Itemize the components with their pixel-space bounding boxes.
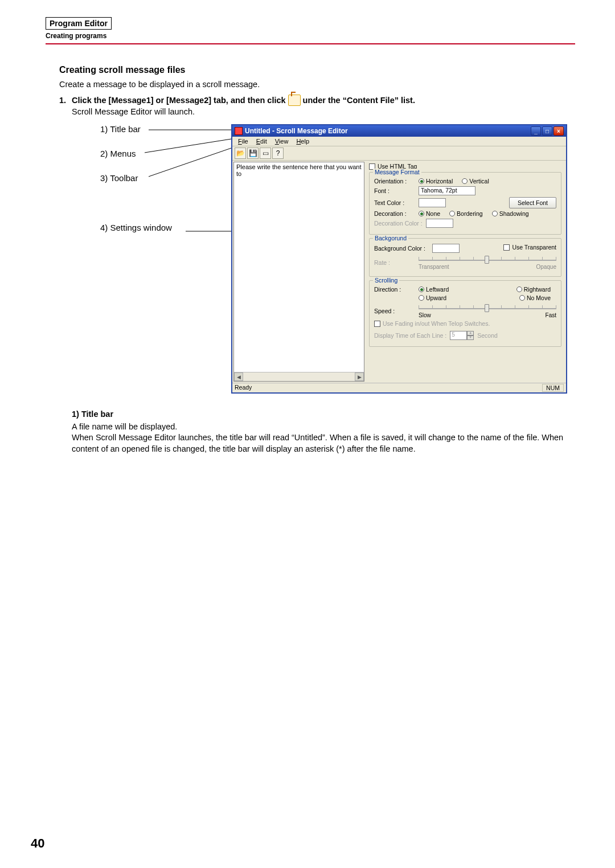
speed-slider[interactable]	[419, 303, 556, 313]
group-title-msg: Message Format	[373, 169, 421, 175]
scroll-right-icon[interactable]: ▶	[355, 372, 364, 381]
bgcolor-swatch[interactable]	[432, 244, 460, 253]
display-time-label: Display Time of Each Line :	[374, 332, 446, 339]
step-text-b: under the “Content File” list.	[303, 96, 415, 105]
decoration-label: Decoration :	[374, 210, 415, 217]
message-text-area[interactable]: Please write the sentence here that you …	[233, 162, 364, 382]
header-rule	[46, 43, 575, 44]
decoration-bordering-radio[interactable]: Bordering	[449, 210, 483, 217]
direction-label: Direction :	[374, 286, 415, 293]
orientation-horizontal-radio[interactable]: Horizontal	[419, 178, 453, 185]
status-num: NUM	[542, 384, 564, 392]
header-box: Program Editor	[46, 17, 112, 30]
toolbar: 📂 💾 ▭ ?	[232, 146, 566, 161]
window-titlebar: Untitled - Scroll Message Editor _ □ ×	[232, 125, 566, 137]
font-field: Tahoma, 72pt	[419, 186, 475, 195]
group-scrolling: Scrolling Direction : Leftward Rightward…	[369, 280, 561, 347]
save-icon[interactable]: 💾	[247, 148, 259, 159]
group-title-scroll: Scrolling	[373, 277, 399, 284]
close-button[interactable]: ×	[554, 126, 564, 136]
app-icon	[235, 127, 243, 135]
header-sub: Creating programs	[46, 32, 575, 40]
maximize-button[interactable]: □	[542, 126, 552, 136]
status-ready: Ready	[235, 384, 252, 392]
figure: 1) Title bar 2) Menus 3) Toolbar 4) Sett…	[72, 124, 575, 392]
orientation-vertical-radio[interactable]: Vertical	[462, 178, 489, 185]
orientation-label: Orientation :	[374, 178, 415, 185]
page-number: 40	[31, 836, 44, 851]
minimize-button[interactable]: _	[531, 126, 541, 136]
direction-rightward-radio[interactable]: Rightward	[516, 286, 551, 293]
menu-file[interactable]: File	[235, 137, 252, 145]
speed-label: Speed :	[374, 308, 415, 314]
window-title: Untitled - Scroll Message Editor	[245, 127, 348, 135]
preview-icon[interactable]: ▭	[260, 148, 271, 159]
new-file-icon	[288, 95, 301, 106]
step-number: 1.	[59, 96, 66, 105]
display-time-unit: Second	[477, 332, 498, 339]
decoration-none-radio[interactable]: None	[419, 210, 440, 217]
direction-upward-radio[interactable]: Upward	[419, 294, 446, 301]
step-1: 1. Click the [Message1] or [Message2] ta…	[59, 95, 575, 106]
settings-panel: Use HTML Tag Message Format Orientation …	[366, 161, 566, 383]
explain-p1: A file name will be displayed.	[72, 421, 567, 433]
font-label: Font :	[374, 187, 415, 194]
explanation: 1) Title bar A file name will be display…	[72, 409, 567, 455]
use-fading-checkbox: Use Fading in/out When Telop Switches.	[374, 320, 490, 327]
callout-2: 2) Menus	[100, 149, 172, 158]
direction-nomove-radio[interactable]: No Move	[519, 294, 551, 301]
callout-1: 1) Title bar	[100, 124, 172, 134]
explain-heading: 1) Title bar	[72, 409, 567, 420]
text-color-swatch[interactable]	[419, 198, 446, 207]
callouts: 1) Title bar 2) Menus 3) Toolbar 4) Sett…	[100, 124, 172, 247]
rate-label: Rate :	[374, 259, 415, 266]
group-background: Backgorund Background Color : Use Transp…	[369, 238, 561, 277]
callout-4: 4) Settings window	[100, 223, 172, 232]
step-text-a: Click the [Message1] or [Message2] tab, …	[72, 96, 286, 105]
decoration-color-label: Decoration Color :	[374, 220, 423, 227]
menu-help[interactable]: Help	[293, 137, 313, 145]
message-placeholder: Please write the sentence here that you …	[236, 163, 362, 177]
text-color-label: Text Color :	[374, 199, 415, 206]
help-icon[interactable]: ?	[272, 148, 284, 159]
scroll-message-editor-window: Untitled - Scroll Message Editor _ □ × F…	[231, 124, 567, 394]
section-intro: Create a message to be displayed in a sc…	[59, 80, 575, 89]
menu-bar: File Edit View Help	[232, 137, 566, 146]
select-font-button[interactable]: Select Font	[509, 197, 556, 208]
group-title-bg: Backgorund	[373, 235, 408, 241]
decoration-color-swatch	[426, 219, 453, 228]
explain-p2: When Scroll Message Editor launches, the…	[72, 432, 567, 455]
step-sub: Scroll Message Editor will launch.	[72, 107, 575, 116]
display-time-spinner: 5 ▲▼	[450, 331, 474, 340]
rate-slider	[419, 255, 556, 265]
bgcolor-label: Background Color :	[374, 245, 429, 252]
open-icon[interactable]: 📂	[235, 148, 246, 159]
status-bar: Ready NUM	[232, 383, 566, 392]
callout-3: 3) Toolbar	[100, 173, 172, 183]
use-transparent-checkbox[interactable]: Use Transparent	[503, 244, 556, 251]
group-message-format: Message Format Orientation : Horizontal …	[369, 172, 561, 235]
menu-edit[interactable]: Edit	[253, 137, 270, 145]
menu-view[interactable]: View	[272, 137, 292, 145]
decoration-shadowing-radio[interactable]: Shadowing	[492, 210, 529, 217]
direction-leftward-radio[interactable]: Leftward	[419, 286, 449, 293]
scroll-left-icon[interactable]: ◀	[234, 372, 243, 381]
section-title: Creating scroll message files	[59, 65, 575, 75]
horizontal-scrollbar[interactable]: ◀ ▶	[234, 372, 364, 381]
